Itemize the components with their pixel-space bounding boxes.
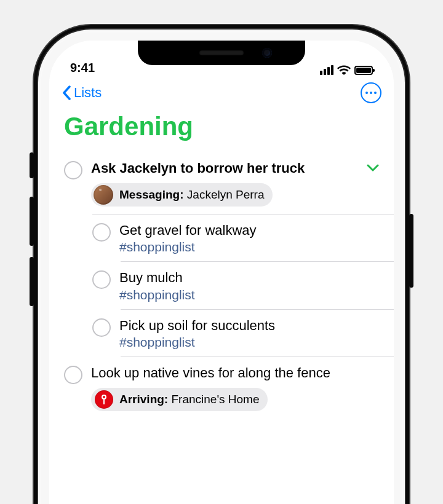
screen: 9:41 Lists Gardening (49, 41, 394, 504)
pill-label: Messaging: (119, 188, 184, 201)
complete-checkbox[interactable] (92, 318, 111, 337)
reminder-title: Pick up soil for succulents (119, 317, 381, 334)
complete-checkbox[interactable] (92, 270, 111, 289)
expand-subtasks-button[interactable] (367, 163, 379, 175)
pill-label: Arriving: (119, 393, 168, 406)
reminder-item[interactable]: Look up native vines for along the fence… (64, 357, 394, 419)
reminder-item[interactable]: Ask Jackelyn to borrow her truck Messagi… (64, 152, 394, 215)
pill-value: Francine's Home (171, 393, 259, 406)
contact-avatar (94, 185, 113, 205)
wifi-icon (337, 65, 351, 75)
location-pill[interactable]: Arriving: Francine's Home (91, 388, 268, 411)
more-button[interactable] (361, 82, 381, 103)
notch (138, 41, 305, 65)
status-time: 9:41 (70, 61, 95, 75)
complete-checkbox[interactable] (92, 223, 111, 242)
list-title: Gardening (49, 108, 394, 152)
phone-frame: 9:41 Lists Gardening (38, 30, 405, 504)
reminder-tag[interactable]: #shoppinglist (119, 288, 381, 302)
subtask-item[interactable]: Pick up soil for succulents #shoppinglis… (64, 310, 394, 358)
reminders-list: Ask Jackelyn to borrow her truck Messagi… (49, 152, 394, 419)
subtask-item[interactable]: Buy mulch #shoppinglist (64, 262, 394, 310)
speaker-grill (199, 50, 244, 55)
location-pin-icon (95, 390, 113, 409)
volume-down-button (30, 257, 34, 306)
complete-checkbox[interactable] (64, 366, 82, 384)
volume-up-button (30, 197, 34, 246)
chevron-down-icon (367, 163, 379, 172)
reminder-title: Look up native vines for along the fence (91, 364, 381, 382)
reminder-title: Buy mulch (119, 269, 381, 286)
messaging-pill[interactable]: Messaging: Jackelyn Perra (91, 183, 273, 207)
cellular-icon (320, 65, 333, 75)
chevron-left-icon (62, 85, 71, 100)
subtask-item[interactable]: Get gravel for walkway #shoppinglist (64, 215, 394, 262)
front-camera (262, 48, 272, 58)
ellipsis-icon (365, 92, 368, 94)
reminder-title: Ask Jackelyn to borrow her truck (91, 160, 358, 177)
silence-switch (30, 152, 34, 178)
reminder-tag[interactable]: #shoppinglist (119, 335, 381, 350)
back-button[interactable]: Lists (62, 85, 102, 101)
back-label: Lists (74, 85, 102, 101)
battery-icon (354, 66, 373, 75)
power-button (409, 214, 413, 288)
complete-checkbox[interactable] (64, 161, 82, 179)
pill-value: Jackelyn Perra (187, 188, 265, 201)
reminder-tag[interactable]: #shoppinglist (119, 240, 381, 254)
reminder-title: Get gravel for walkway (119, 222, 381, 239)
